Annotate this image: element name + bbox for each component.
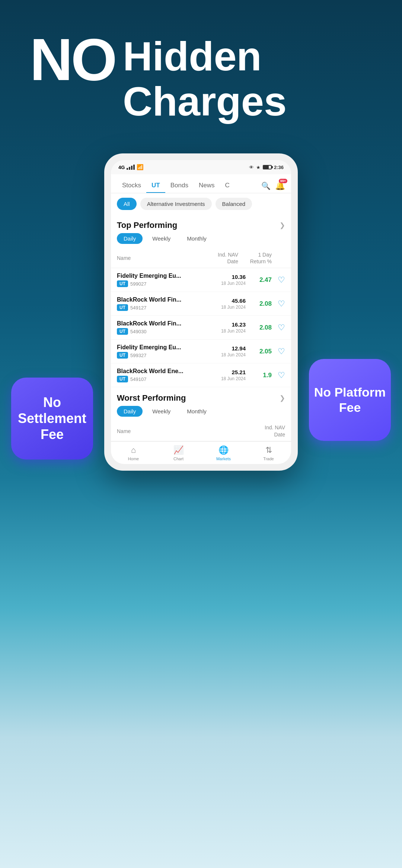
fund-tag-2: UT	[117, 304, 128, 311]
fav-btn-5[interactable]: ♡	[272, 371, 285, 380]
fund-row-3: BlackRock World Fin... UT 549030 16.23 1…	[111, 316, 291, 340]
fund-info-1: Fidelity Emerging Eu... UT 599027	[117, 273, 208, 287]
header-area: NO HiddenCharges	[0, 0, 402, 146]
trade-icon: ⇅	[265, 445, 272, 455]
fund-nav-1: 10.36	[208, 274, 246, 280]
fund-tag-5: UT	[117, 376, 128, 382]
bottom-nav-chart[interactable]: 📈 Chart	[156, 445, 201, 461]
home-icon: ⌂	[131, 445, 136, 455]
fund-code-4: 599327	[130, 353, 146, 358]
bar3	[131, 166, 133, 170]
top-performing-chevron[interactable]: ❯	[280, 221, 285, 229]
fund-date-2: 18 Jun 2024	[208, 305, 246, 310]
fund-row-5: BlackRock World Ene... UT 549107 25.21 1…	[111, 363, 291, 387]
fund-return-4: 2.05	[246, 348, 272, 355]
notification-badge: 99+	[279, 179, 287, 183]
col-header-return: 1 DayReturn %	[238, 251, 272, 265]
tab-ut[interactable]: UT	[146, 179, 165, 193]
fund-row-1: Fidelity Emerging Eu... UT 599027 10.36 …	[111, 268, 291, 292]
search-icon[interactable]: 🔍	[261, 181, 271, 190]
top-table-header: Name Ind. NAVDate 1 DayReturn %	[111, 248, 291, 268]
worst-tab-monthly[interactable]: Monthly	[180, 406, 213, 417]
fund-date-1: 18 Jun 2024	[208, 281, 246, 286]
network-label: 4G	[118, 165, 125, 170]
tab-c[interactable]: C	[220, 179, 234, 193]
bottom-nav-trade[interactable]: ⇅ Trade	[246, 445, 291, 461]
fund-return-5: 1.9	[246, 372, 272, 379]
fund-tag-3: UT	[117, 328, 128, 335]
phone-inner: 4G 📶 👁 ★ 2:36	[111, 160, 291, 464]
phone-mockup: 4G 📶 👁 ★ 2:36	[104, 153, 298, 471]
fund-tag-1: UT	[117, 280, 128, 287]
time-display: 2:36	[274, 165, 284, 170]
fav-btn-4[interactable]: ♡	[272, 347, 285, 356]
fund-row-4: Fidelity Emerging Eu... UT 599327 12.94 …	[111, 340, 291, 363]
fund-tag-4: UT	[117, 352, 128, 359]
fund-name-5: BlackRock World Ene...	[117, 368, 208, 375]
worst-tab-daily[interactable]: Daily	[117, 406, 143, 417]
battery-icon	[263, 165, 272, 169]
worst-period-tabs: Daily Weekly Monthly	[111, 406, 291, 421]
filter-chips: All Alternative Investments Balanced	[111, 193, 291, 214]
bottom-nav-markets[interactable]: 🌐 Markets	[201, 445, 246, 461]
eye-icon: 👁	[249, 165, 254, 170]
header-subtitle: HiddenCharges	[123, 30, 287, 124]
worst-tab-weekly[interactable]: Weekly	[146, 406, 177, 417]
fund-code-3: 549030	[130, 329, 146, 334]
fund-date-4: 18 Jun 2024	[208, 352, 246, 357]
fund-nav-4: 12.94	[208, 345, 246, 352]
tab-bonds[interactable]: Bonds	[165, 179, 194, 193]
fund-name-1: Fidelity Emerging Eu...	[117, 273, 208, 279]
top-tab-weekly[interactable]: Weekly	[146, 233, 177, 244]
nav-icons: 🔍 🔔 99+	[261, 181, 285, 191]
worst-performing-chevron[interactable]: ❯	[280, 394, 285, 402]
fund-return-2: 2.08	[246, 300, 272, 308]
fund-tag-row-1: UT 599027	[117, 280, 208, 287]
fund-code-5: 549107	[130, 376, 146, 382]
fund-info-5: BlackRock World Ene... UT 549107	[117, 368, 208, 382]
markets-icon: 🌐	[218, 445, 229, 455]
top-performing-header: Top Performing ❯	[111, 214, 291, 233]
worst-performing-title: Worst Performing	[117, 393, 186, 403]
fund-return-1: 2.47	[246, 276, 272, 284]
fund-nav-block-2: 45.66 18 Jun 2024	[208, 298, 246, 310]
wifi-icon: 📶	[137, 164, 144, 171]
top-period-tabs: Daily Weekly Monthly	[111, 233, 291, 248]
fund-tag-row-4: UT 599327	[117, 352, 208, 359]
fund-tag-row-2: UT 549127	[117, 304, 208, 311]
fund-date-3: 18 Jun 2024	[208, 328, 246, 334]
bar1	[127, 168, 128, 170]
top-tab-daily[interactable]: Daily	[117, 233, 143, 244]
fund-nav-block-3: 16.23 18 Jun 2024	[208, 321, 246, 334]
tab-stocks[interactable]: Stocks	[117, 179, 146, 193]
chip-all[interactable]: All	[117, 198, 137, 210]
fav-btn-1[interactable]: ♡	[272, 275, 285, 285]
fav-btn-2[interactable]: ♡	[272, 299, 285, 309]
chip-balanced[interactable]: Balanced	[216, 198, 252, 210]
fund-info-4: Fidelity Emerging Eu... UT 599327	[117, 344, 208, 359]
phone-container: 4G 📶 👁 ★ 2:36	[0, 153, 402, 471]
bottom-nav-home[interactable]: ⌂ Home	[111, 445, 156, 461]
fund-date-5: 18 Jun 2024	[208, 376, 246, 381]
tab-news[interactable]: News	[194, 179, 220, 193]
fund-nav-block-1: 10.36 18 Jun 2024	[208, 274, 246, 286]
fund-info-2: BlackRock World Fin... UT 549127	[117, 296, 208, 311]
top-performing-title: Top Performing	[117, 220, 177, 230]
home-label: Home	[128, 457, 139, 461]
fund-name-4: Fidelity Emerging Eu...	[117, 344, 208, 351]
fund-info-3: BlackRock World Fin... UT 549030	[117, 320, 208, 335]
status-left: 4G 📶	[118, 164, 144, 171]
status-bar: 4G 📶 👁 ★ 2:36	[111, 160, 291, 174]
worst-col-header-nav: Ind. NAVDate	[248, 424, 285, 438]
fund-nav-2: 45.66	[208, 298, 246, 304]
fund-return-3: 2.08	[246, 324, 272, 331]
status-right: 👁 ★ 2:36	[249, 165, 284, 170]
top-tab-monthly[interactable]: Monthly	[180, 233, 213, 244]
markets-label: Markets	[216, 457, 231, 461]
fav-btn-3[interactable]: ♡	[272, 323, 285, 333]
chip-alt-investments[interactable]: Alternative Investments	[140, 198, 212, 210]
fund-tag-row-5: UT 549107	[117, 376, 208, 382]
worst-table-header: Name Ind. NAVDate	[111, 421, 291, 441]
bar2	[129, 167, 130, 170]
col-header-name: Name	[117, 255, 201, 261]
